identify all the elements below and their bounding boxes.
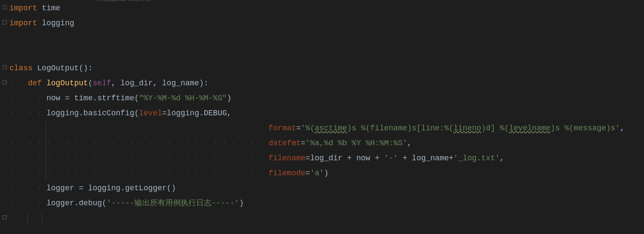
operator: = xyxy=(79,184,88,192)
indent-guide: · · · · · · · · · · · · · · · · · · · · … xyxy=(9,169,268,177)
self-param: self xyxy=(92,79,111,87)
operator: + xyxy=(347,154,357,162)
punctuation: ( xyxy=(134,109,139,117)
punctuation: , xyxy=(153,79,162,87)
keyword-arg: filename xyxy=(268,154,305,162)
module-ref: logging xyxy=(46,109,79,117)
punctuation: , xyxy=(500,154,504,162)
function-call: getLogger xyxy=(125,184,167,192)
string-literal: '_log.txt' xyxy=(453,154,500,162)
operator: = xyxy=(296,124,301,132)
code-editor[interactable]: 日志生成方法封装 − − − − − import time import lo… xyxy=(0,0,644,226)
function-name: logOutput xyxy=(46,79,88,87)
code-line[interactable] xyxy=(9,46,644,61)
module-ref: logging xyxy=(88,184,121,192)
indent-guide xyxy=(9,214,42,222)
punctuation: () xyxy=(167,184,176,192)
punctuation: . xyxy=(79,109,83,117)
fold-marker-icon[interactable]: − xyxy=(3,5,7,9)
indent-guide: · · · · xyxy=(9,184,46,192)
string-literal: '-----输出所有用例执行日志-----' xyxy=(107,199,239,207)
code-line[interactable]: · · · · logging.basicConfig(level=loggin… xyxy=(9,106,644,121)
punctuation: ): xyxy=(199,79,209,87)
indent-guide: · · · · · · · · · · · · · · · · · · · · … xyxy=(9,154,268,162)
code-line[interactable]: · · · · logger.debug('-----输出所有用例执行日志---… xyxy=(9,196,644,211)
punctuation: , xyxy=(227,109,232,117)
punctuation: , xyxy=(620,124,625,132)
parameter: log_name xyxy=(162,79,199,87)
string-literal: 'a' xyxy=(310,169,324,177)
code-line[interactable]: · · · · logger = logging.getLogger() xyxy=(9,181,644,196)
code-line[interactable]: class LogOutput(): xyxy=(9,61,644,76)
punctuation: , xyxy=(407,139,412,147)
variable: now xyxy=(356,154,375,162)
fold-marker-icon[interactable]: − xyxy=(3,65,7,69)
class-name: LogOutput xyxy=(37,64,79,72)
function-call: basicConfig xyxy=(83,109,134,117)
folded-hint-text: 日志生成方法封装 xyxy=(96,0,151,6)
keyword-arg: format xyxy=(268,124,296,132)
operator: + xyxy=(375,154,384,162)
module-ref: logging xyxy=(167,109,199,117)
punctuation: (): xyxy=(79,64,92,72)
function-call: strftime xyxy=(97,94,134,102)
punctuation: ( xyxy=(102,199,107,207)
code-line[interactable] xyxy=(9,211,644,226)
operator: + xyxy=(449,154,453,162)
string-literal: '-' xyxy=(384,154,402,162)
punctuation: ) xyxy=(239,199,244,207)
operator: = xyxy=(162,109,167,117)
code-line[interactable]: · · · · · · · · · · · · · · · · · · · · … xyxy=(9,166,644,181)
variable: log_name xyxy=(412,154,449,162)
code-line[interactable] xyxy=(9,31,644,46)
string-literal: '%(asctime)s %(filename)s[line:%(lineno)… xyxy=(301,124,620,132)
punctuation: . xyxy=(120,184,125,192)
punctuation: , xyxy=(111,79,121,87)
keyword-arg: level xyxy=(139,109,162,117)
module-name: time xyxy=(42,4,60,12)
punctuation: ( xyxy=(134,94,139,102)
punctuation: . xyxy=(92,94,97,102)
string-literal: "%Y-%M-%d %H-%M-%S" xyxy=(139,94,227,102)
variable: log_dir xyxy=(310,154,347,162)
keyword-arg: filemode xyxy=(268,169,305,177)
operator: = xyxy=(305,169,310,177)
code-line[interactable]: import logging xyxy=(9,16,644,31)
punctuation: . xyxy=(74,199,79,207)
parameter: log_dir xyxy=(120,79,153,87)
indent-guide: · · · · xyxy=(9,199,46,207)
variable: logger xyxy=(46,199,74,207)
code-line[interactable]: · · · · · · · · · · · · · · · · · · · · … xyxy=(9,136,644,151)
gutter: − − − − − xyxy=(0,0,8,226)
code-line[interactable]: · · · · · · · · · · · · · · · · · · · · … xyxy=(9,121,644,136)
code-line[interactable]: · · · · · · · · · · · · · · · · · · · · … xyxy=(9,151,644,166)
operator: = xyxy=(301,139,306,147)
operator: = xyxy=(305,154,310,162)
keyword: import xyxy=(9,4,42,12)
indent-guide: · · · · · · · · · · · · · · · · · · · · … xyxy=(9,139,268,147)
fold-marker-icon[interactable]: − xyxy=(3,215,7,219)
keyword: import xyxy=(9,19,42,27)
indent-guide: · · · · xyxy=(9,94,46,102)
indent-guide: · · · · · · · · · · · · · · · · · · · · … xyxy=(9,124,268,132)
module-ref: time xyxy=(74,94,92,102)
keyword: def xyxy=(28,79,46,87)
punctuation: ) xyxy=(227,94,232,102)
code-line[interactable]: · · def logOutput(self, log_dir, log_nam… xyxy=(9,76,644,91)
indent-guide: · · xyxy=(9,79,28,87)
variable: now xyxy=(46,94,65,102)
string-literal: '%a,%d %b %Y %H:%M:%S' xyxy=(305,139,407,147)
operator: = xyxy=(65,94,75,102)
keyword-arg: datefmt xyxy=(268,139,301,147)
variable: logger xyxy=(46,184,79,192)
punctuation: ( xyxy=(88,79,93,87)
operator: + xyxy=(402,154,412,162)
punctuation: ) xyxy=(324,169,329,177)
punctuation: . xyxy=(199,109,204,117)
keyword: class xyxy=(9,64,37,72)
indent-guide: · · · · xyxy=(9,109,46,117)
fold-marker-icon[interactable]: − xyxy=(3,80,7,84)
code-line[interactable]: · · · · now = time.strftime("%Y-%M-%d %H… xyxy=(9,91,644,106)
fold-marker-icon[interactable]: − xyxy=(3,20,7,24)
module-name: logging xyxy=(42,19,75,27)
